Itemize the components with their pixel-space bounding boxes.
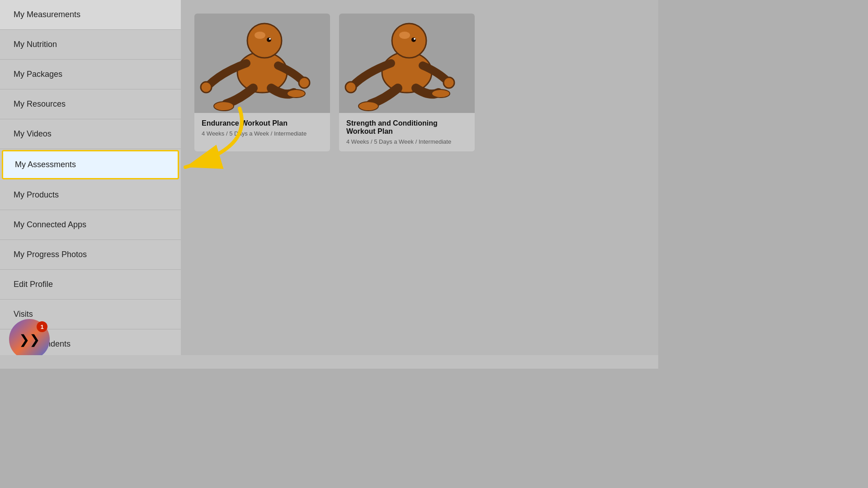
workout-card-endurance[interactable]: Endurance Workout Plan4 Weeks / 5 Days a… <box>194 14 330 151</box>
workout-card-strength[interactable]: Strength and Conditioning Workout Plan4 … <box>339 14 475 151</box>
sidebar-item-videos[interactable]: My Videos <box>0 119 181 149</box>
svg-point-5 <box>201 82 212 93</box>
svg-point-1 <box>247 23 282 58</box>
sidebar-item-measurements[interactable]: My Measurements <box>0 0 181 30</box>
badge-icon: ❯❯ <box>19 332 40 347</box>
svg-point-10 <box>392 23 426 58</box>
workout-grid: Endurance Workout Plan4 Weeks / 5 Days a… <box>190 9 649 156</box>
workout-card-image <box>339 14 475 113</box>
workout-card-image <box>194 14 330 113</box>
notification-count: 1 <box>37 321 47 332</box>
footer-bar <box>0 355 658 369</box>
sidebar-item-assessments[interactable]: My Assessments <box>2 150 179 179</box>
sidebar-item-nutrition[interactable]: My Nutrition <box>0 30 181 60</box>
svg-point-8 <box>269 38 271 40</box>
svg-point-7 <box>267 38 271 42</box>
svg-point-12 <box>359 102 378 111</box>
svg-point-14 <box>345 82 356 93</box>
svg-point-6 <box>299 77 310 88</box>
svg-point-13 <box>432 89 450 98</box>
svg-point-11 <box>399 32 410 39</box>
workout-card-title: Endurance Workout Plan <box>202 119 323 127</box>
svg-point-15 <box>443 77 454 88</box>
svg-point-16 <box>411 38 416 42</box>
svg-point-2 <box>255 32 265 39</box>
sidebar-item-progress-photos[interactable]: My Progress Photos <box>0 240 181 270</box>
workout-card-title: Strength and Conditioning Workout Plan <box>346 119 467 136</box>
sidebar-item-connected-apps[interactable]: My Connected Apps <box>0 210 181 240</box>
sidebar-item-edit-profile[interactable]: Edit Profile <box>0 270 181 300</box>
sidebar-item-products[interactable]: My Products <box>0 180 181 210</box>
workout-card-info: Endurance Workout Plan4 Weeks / 5 Days a… <box>194 113 330 143</box>
svg-point-3 <box>214 102 234 111</box>
svg-point-4 <box>287 89 305 98</box>
notification-badge[interactable]: ❯❯ 1 <box>9 319 50 360</box>
workout-card-meta: 4 Weeks / 5 Days a Week / Intermediate <box>346 138 467 145</box>
workout-card-meta: 4 Weeks / 5 Days a Week / Intermediate <box>202 130 323 137</box>
sidebar-item-resources[interactable]: My Resources <box>0 89 181 119</box>
sidebar: My MeasurementsMy NutritionMy PackagesMy… <box>0 0 181 369</box>
workout-card-info: Strength and Conditioning Workout Plan4 … <box>339 113 475 151</box>
svg-point-17 <box>414 38 415 40</box>
main-content: Endurance Workout Plan4 Weeks / 5 Days a… <box>181 0 658 369</box>
sidebar-item-packages[interactable]: My Packages <box>0 60 181 89</box>
